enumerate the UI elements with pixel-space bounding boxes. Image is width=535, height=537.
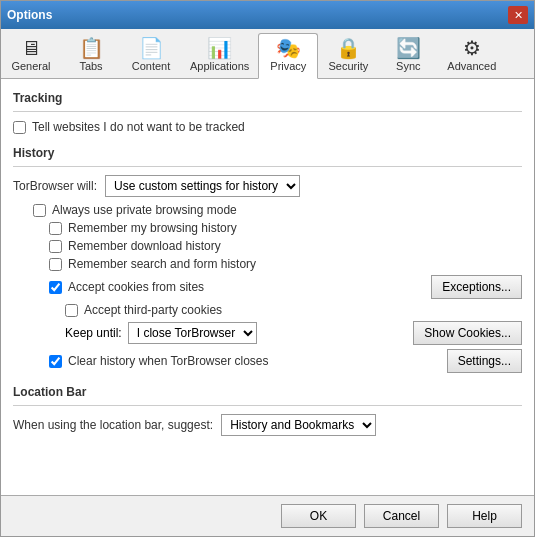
cancel-button[interactable]: Cancel [364,504,439,528]
tabs-icon: 📋 [79,38,104,58]
exceptions-button[interactable]: Exceptions... [431,275,522,299]
torbrowser-will-row: TorBrowser will: Use custom settings for… [13,175,522,197]
keep-until-row: Keep until: I close TorBrowser They expi… [13,321,522,345]
suggest-dropdown[interactable]: History and Bookmarks History Bookmarks … [221,414,376,436]
tab-applications[interactable]: 📊 Applications [181,33,258,79]
advanced-icon: ⚙ [463,38,481,58]
history-divider [13,166,522,167]
accept-third-party-label[interactable]: Accept third-party cookies [84,303,222,317]
location-bar-suggest-row: When using the location bar, suggest: Hi… [13,414,522,436]
tab-security-label: Security [328,60,368,72]
tab-tabs[interactable]: 📋 Tabs [61,33,121,79]
remember-download-label[interactable]: Remember download history [68,239,221,253]
tab-privacy[interactable]: 🎭 Privacy [258,33,318,79]
tracking-divider [13,111,522,112]
clear-history-label[interactable]: Clear history when TorBrowser closes [68,354,269,368]
always-private-label[interactable]: Always use private browsing mode [52,203,237,217]
history-section: History TorBrowser will: Use custom sett… [13,146,522,373]
tab-advanced-label: Advanced [447,60,496,72]
tab-sync-label: Sync [396,60,420,72]
show-cookies-button[interactable]: Show Cookies... [413,321,522,345]
remember-browsing-row: Remember my browsing history [13,221,522,235]
location-bar-divider [13,405,522,406]
do-not-track-checkbox[interactable] [13,121,26,134]
clear-history-checkbox[interactable] [49,355,62,368]
remember-browsing-checkbox[interactable] [49,222,62,235]
keep-until-label: Keep until: [65,326,122,340]
applications-icon: 📊 [207,38,232,58]
ok-button[interactable]: OK [281,504,356,528]
accept-third-party-checkbox[interactable] [65,304,78,317]
remember-search-label[interactable]: Remember search and form history [68,257,256,271]
keep-until-left: Keep until: I close TorBrowser They expi… [13,322,257,344]
tab-privacy-label: Privacy [270,60,306,72]
accept-cookies-checkbox[interactable] [49,281,62,294]
remember-search-checkbox[interactable] [49,258,62,271]
tracking-section-label: Tracking [13,91,522,105]
clear-history-left: Clear history when TorBrowser closes [13,354,269,368]
history-mode-dropdown[interactable]: Use custom settings for history Remember… [105,175,300,197]
content-icon: 📄 [139,38,164,58]
privacy-icon: 🎭 [276,38,301,58]
accept-cookies-label[interactable]: Accept cookies from sites [68,280,204,294]
options-window: Options ✕ 🖥 General 📋 Tabs 📄 Content 📊 A… [0,0,535,537]
close-button[interactable]: ✕ [508,6,528,24]
tracking-section: Tracking Tell websites I do not want to … [13,91,522,134]
tab-content-label: Content [132,60,171,72]
help-button[interactable]: Help [447,504,522,528]
tab-general-label: General [11,60,50,72]
suggest-label: When using the location bar, suggest: [13,418,213,432]
history-settings-button[interactable]: Settings... [447,349,522,373]
tab-content-area: Tracking Tell websites I do not want to … [1,79,534,495]
remember-download-checkbox[interactable] [49,240,62,253]
accept-cookies-left: Accept cookies from sites [13,280,204,294]
tab-general[interactable]: 🖥 General [1,33,61,79]
window-title: Options [7,8,52,22]
tab-advanced[interactable]: ⚙ Advanced [438,33,505,79]
accept-third-party-row: Accept third-party cookies [13,303,522,317]
torbrowser-will-label: TorBrowser will: [13,179,97,193]
tab-tabs-label: Tabs [79,60,102,72]
always-private-row: Always use private browsing mode [13,203,522,217]
tab-sync[interactable]: 🔄 Sync [378,33,438,79]
footer: OK Cancel Help [1,495,534,536]
tab-security[interactable]: 🔒 Security [318,33,378,79]
remember-browsing-label[interactable]: Remember my browsing history [68,221,237,235]
tracking-row: Tell websites I do not want to be tracke… [13,120,522,134]
tab-applications-label: Applications [190,60,249,72]
remember-search-row: Remember search and form history [13,257,522,271]
tab-content[interactable]: 📄 Content [121,33,181,79]
tab-bar: 🖥 General 📋 Tabs 📄 Content 📊 Application… [1,29,534,79]
clear-history-row: Clear history when TorBrowser closes Set… [13,349,522,373]
do-not-track-label[interactable]: Tell websites I do not want to be tracke… [32,120,245,134]
accept-cookies-row: Accept cookies from sites Exceptions... [13,275,522,299]
location-bar-section-label: Location Bar [13,385,522,399]
title-bar: Options ✕ [1,1,534,29]
general-icon: 🖥 [21,38,41,58]
sync-icon: 🔄 [396,38,421,58]
security-icon: 🔒 [336,38,361,58]
keep-until-dropdown[interactable]: I close TorBrowser They expire I ask eve… [128,322,257,344]
remember-download-row: Remember download history [13,239,522,253]
history-section-label: History [13,146,522,160]
always-private-checkbox[interactable] [33,204,46,217]
location-bar-section: Location Bar When using the location bar… [13,385,522,436]
